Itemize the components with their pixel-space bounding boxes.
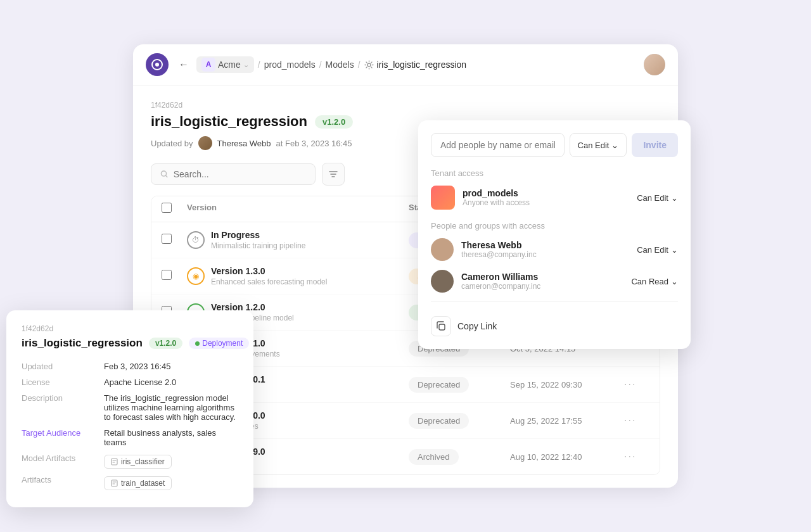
version-status-icon: ⏱ bbox=[187, 231, 205, 249]
file-icon bbox=[111, 458, 118, 466]
person-permission-button[interactable]: Can Read ⌄ bbox=[631, 277, 678, 286]
select-all-checkbox[interactable] bbox=[162, 203, 172, 213]
version-badge: v1.2.0 bbox=[315, 115, 353, 129]
person-email: theresa@company.inc bbox=[461, 250, 629, 259]
svg-rect-6 bbox=[112, 480, 117, 486]
version-cell: ⏱ In Progress Minimalistic training pipe… bbox=[187, 230, 409, 250]
divider bbox=[431, 301, 678, 302]
artifact-tag: train_dataset bbox=[104, 476, 172, 490]
person-permission-label: Can Edit bbox=[637, 245, 668, 255]
info-card: 1f42d62d iris_logistic_regression v1.2.0… bbox=[6, 310, 253, 507]
info-table-row: Artifacts train_dataset bbox=[22, 472, 238, 493]
tenant-section-label: Tenant access bbox=[431, 168, 678, 178]
search-icon bbox=[160, 170, 169, 179]
copy-link-label: Copy Link bbox=[457, 321, 497, 331]
tenant-icon bbox=[431, 186, 455, 210]
updated-at: at Feb 3, 2023 16:45 bbox=[276, 139, 352, 148]
version-sub: Enhanced sales forecasting model bbox=[211, 277, 327, 286]
breadcrumb-nav: ← A Acme ⌄ / prod_models / Models / iris… bbox=[175, 56, 637, 73]
svg-point-2 bbox=[367, 63, 371, 66]
more-button[interactable]: ··· bbox=[624, 379, 636, 390]
info-deploy-badge: Deployment bbox=[189, 338, 249, 349]
info-label: License bbox=[22, 374, 104, 390]
user-avatar[interactable] bbox=[644, 54, 665, 75]
svg-point-1 bbox=[155, 63, 159, 66]
gear-icon bbox=[364, 60, 374, 70]
share-panel: Can Edit ⌄ Invite Tenant access prod_mod… bbox=[418, 120, 691, 349]
svg-rect-4 bbox=[439, 324, 445, 330]
updater-name: Theresa Webb bbox=[217, 139, 271, 148]
info-version-badge: v1.2.0 bbox=[149, 338, 182, 349]
permission-label: Can Edit bbox=[578, 141, 610, 150]
version-status-icon: ◉ bbox=[187, 267, 205, 285]
more-button[interactable]: ··· bbox=[624, 451, 636, 462]
sep1: / bbox=[258, 60, 260, 70]
info-value: Feb 3, 2023 16:45 bbox=[104, 358, 238, 374]
version-cell: ◉ Version 1.3.0 Enhanced sales forecasti… bbox=[187, 266, 409, 286]
status-badge: Deprecated bbox=[409, 413, 469, 429]
permission-dropdown-button[interactable]: Can Edit ⌄ bbox=[570, 133, 627, 157]
person-name: Theresa Webb bbox=[461, 240, 629, 250]
workspace-chevron-icon: ⌄ bbox=[243, 61, 249, 69]
person-perm-chevron-icon: ⌄ bbox=[671, 245, 678, 255]
info-value: iris_classifier bbox=[104, 450, 238, 472]
model-id: 1f42d62d bbox=[151, 101, 660, 110]
person-permission-label: Can Read bbox=[631, 277, 668, 286]
workspace-label: Acme bbox=[218, 60, 241, 70]
invite-button[interactable]: Invite bbox=[632, 133, 678, 157]
person-name: Cameron Williams bbox=[461, 272, 623, 282]
updater-avatar bbox=[198, 136, 212, 150]
tenant-name: prod_models bbox=[463, 188, 629, 198]
person-permission-button[interactable]: Can Edit ⌄ bbox=[637, 245, 678, 255]
sep3: / bbox=[358, 60, 361, 70]
sep2: / bbox=[319, 60, 322, 70]
row-checkbox[interactable] bbox=[162, 234, 172, 244]
info-table-row: License Apache License 2.0 bbox=[22, 374, 238, 390]
filter-icon bbox=[328, 169, 338, 179]
date-cell: Aug 10, 2022 12:40 bbox=[510, 452, 624, 462]
copy-link-button[interactable]: Copy Link bbox=[431, 311, 678, 336]
info-table: Updated Feb 3, 2023 16:45 License Apache… bbox=[22, 358, 238, 493]
tenant-permission-button[interactable]: Can Edit ⌄ bbox=[637, 193, 678, 203]
breadcrumb-prod-models[interactable]: prod_models bbox=[264, 60, 316, 70]
person-avatar bbox=[431, 238, 454, 261]
people-section-label: People and groups with access bbox=[431, 221, 678, 231]
info-value: train_dataset bbox=[104, 472, 238, 493]
more-button[interactable]: ··· bbox=[624, 415, 636, 426]
search-box bbox=[151, 163, 316, 185]
updated-label: Updated by bbox=[151, 139, 193, 148]
person-info: Theresa Webb theresa@company.inc bbox=[461, 240, 629, 259]
info-label: Updated bbox=[22, 358, 104, 374]
info-value: Retail business analysts, sales teams bbox=[104, 425, 238, 450]
info-table-row: Model Artifacts iris_classifier bbox=[22, 450, 238, 472]
info-value: Apache License 2.0 bbox=[104, 374, 238, 390]
model-title: iris_logistic_regression bbox=[151, 113, 307, 130]
deploy-dot-icon bbox=[195, 341, 200, 346]
version-name: In Progress bbox=[211, 230, 305, 240]
breadcrumb-models[interactable]: Models bbox=[326, 60, 354, 70]
info-label: Description bbox=[22, 390, 104, 425]
tenant-perm-chevron-icon: ⌄ bbox=[671, 193, 678, 203]
col-version: Version bbox=[187, 203, 409, 215]
share-input[interactable] bbox=[431, 133, 565, 157]
date-cell: Aug 25, 2022 17:55 bbox=[510, 416, 624, 426]
topbar: ← A Acme ⌄ / prod_models / Models / iris… bbox=[133, 44, 678, 86]
back-button[interactable]: ← bbox=[175, 56, 193, 73]
tenant-info: prod_models Anyone with access bbox=[463, 188, 629, 207]
tenant-row: prod_models Anyone with access Can Edit … bbox=[431, 186, 678, 210]
main-container: ← A Acme ⌄ / prod_models / Models / iris… bbox=[133, 44, 678, 488]
person-info: Cameron Williams cameron@company.inc bbox=[461, 272, 623, 291]
search-input[interactable] bbox=[174, 169, 306, 179]
file-icon bbox=[111, 479, 118, 487]
row-checkbox[interactable] bbox=[162, 270, 172, 280]
filter-button[interactable] bbox=[322, 163, 345, 186]
info-label: Model Artifacts bbox=[22, 450, 104, 472]
person-avatar bbox=[431, 270, 454, 293]
tenant-permission-label: Can Edit bbox=[637, 193, 668, 203]
info-table-row: Description The iris_logistic_regression… bbox=[22, 390, 238, 425]
workspace-icon: A bbox=[201, 58, 215, 72]
artifact-tag: iris_classifier bbox=[104, 455, 172, 469]
date-cell: Sep 15, 2022 09:30 bbox=[510, 380, 624, 390]
workspace-breadcrumb[interactable]: A Acme ⌄ bbox=[196, 56, 254, 73]
info-card-title: iris_logistic_regression bbox=[22, 337, 143, 350]
